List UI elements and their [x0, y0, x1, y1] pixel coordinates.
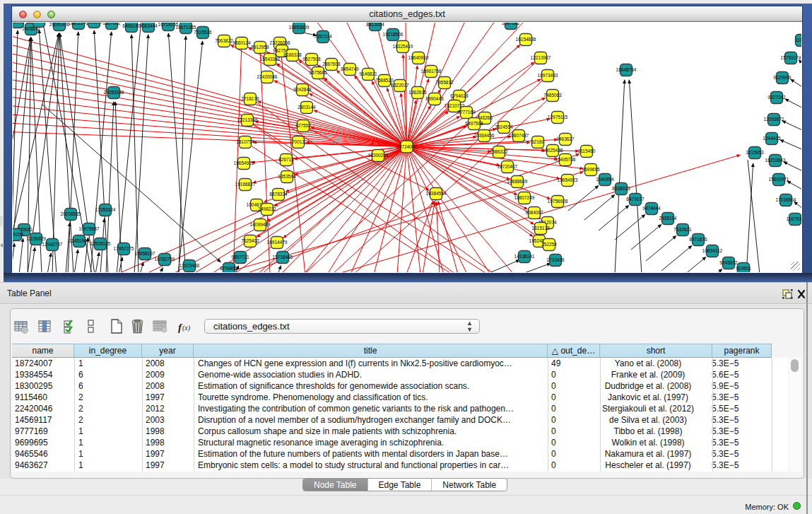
- svg-text:427552: 427552: [295, 123, 311, 128]
- svg-text:11156829: 11156829: [26, 236, 46, 241]
- svg-text:(x): (x): [182, 324, 191, 332]
- svg-text:17957275: 17957275: [114, 246, 134, 251]
- svg-text:10653287: 10653287: [84, 23, 105, 24]
- svg-text:7625402: 7625402: [241, 238, 259, 243]
- svg-text:16961758: 16961758: [421, 69, 442, 74]
- svg-text:19654925: 19654925: [234, 160, 254, 165]
- svg-text:10653809: 10653809: [289, 25, 310, 30]
- svg-text:20206535: 20206535: [61, 211, 81, 216]
- svg-text:9660124: 9660124: [233, 40, 251, 45]
- svg-text:8796452: 8796452: [220, 266, 238, 271]
- svg-text:2935114: 2935114: [659, 216, 677, 221]
- svg-text:2803144: 2803144: [298, 105, 316, 110]
- svg-text:9857721: 9857721: [231, 255, 249, 259]
- svg-text:10807487: 10807487: [509, 133, 529, 138]
- svg-text:8454749: 8454749: [341, 66, 359, 71]
- svg-text:10025438: 10025438: [543, 148, 563, 153]
- svg-text:16210643: 16210643: [765, 158, 786, 163]
- svg-text:1733426: 1733426: [546, 257, 565, 262]
- svg-text:939159: 939159: [13, 232, 23, 237]
- svg-text:1527602: 1527602: [102, 23, 121, 25]
- svg-text:3215953: 3215953: [746, 150, 764, 155]
- svg-text:11124: 11124: [795, 37, 801, 42]
- svg-text:9115460: 9115460: [578, 148, 596, 153]
- svg-text:18325419: 18325419: [393, 44, 413, 49]
- svg-text:6794028: 6794028: [450, 93, 469, 98]
- svg-text:9245652: 9245652: [719, 260, 738, 265]
- svg-text:12213369: 12213369: [237, 117, 258, 122]
- svg-text:10973493: 10973493: [538, 73, 558, 78]
- svg-text:15718485: 15718485: [273, 255, 293, 259]
- svg-text:1244415: 1244415: [763, 136, 781, 141]
- svg-text:7955812: 7955812: [435, 80, 454, 85]
- svg-text:7632621: 7632621: [673, 227, 692, 232]
- svg-text:6322037: 6322037: [391, 83, 409, 88]
- svg-text:3624554: 3624554: [495, 124, 513, 129]
- svg-text:9777169: 9777169: [457, 110, 476, 115]
- svg-text:19384554: 19384554: [426, 191, 447, 196]
- svg-text:6466160: 6466160: [122, 23, 141, 28]
- svg-text:19218506: 19218506: [383, 32, 404, 37]
- svg-text:17353924: 17353924: [95, 207, 116, 212]
- svg-text:15692971: 15692971: [769, 177, 789, 182]
- svg-text:2867608: 2867608: [322, 62, 341, 66]
- svg-text:20053346: 20053346: [104, 90, 124, 95]
- svg-text:11923468: 11923468: [180, 263, 200, 268]
- svg-text:19756928: 19756928: [548, 199, 568, 204]
- svg-text:19654923: 19654923: [558, 177, 578, 182]
- svg-text:88393: 88393: [33, 23, 45, 23]
- svg-text:3675685: 3675685: [309, 70, 327, 75]
- svg-text:70013: 70013: [292, 139, 305, 144]
- svg-text:20091406: 20091406: [49, 23, 70, 27]
- svg-text:7588520: 7588520: [375, 78, 394, 83]
- svg-text:12093872: 12093872: [764, 117, 784, 122]
- svg-text:15495758: 15495758: [555, 157, 576, 162]
- svg-text:8912958: 8912958: [251, 45, 269, 49]
- svg-text:12505135: 12505135: [90, 241, 111, 246]
- svg-text:7515526: 7515526: [194, 30, 212, 35]
- svg-text:9527508: 9527508: [302, 57, 321, 62]
- svg-text:12942737: 12942737: [42, 242, 63, 247]
- svg-text:8878334: 8878334: [269, 192, 288, 197]
- svg-text:12213967: 12213967: [531, 55, 551, 60]
- svg-text:9084067: 9084067: [525, 210, 543, 215]
- svg-text:18720407: 18720407: [498, 164, 518, 169]
- svg-text:826715: 826715: [278, 157, 294, 162]
- svg-text:15751074: 15751074: [781, 55, 801, 60]
- svg-text:7663822: 7663822: [215, 38, 233, 43]
- svg-text:16648784: 16648784: [616, 67, 637, 72]
- svg-text:8990448: 8990448: [425, 96, 444, 101]
- svg-text:2718176: 2718176: [241, 96, 259, 101]
- svg-text:8186328: 8186328: [283, 52, 302, 57]
- svg-text:9463627: 9463627: [556, 136, 575, 141]
- svg-text:18640910: 18640910: [408, 55, 429, 60]
- svg-text:8813054: 8813054: [366, 23, 384, 27]
- svg-text:9242848: 9242848: [293, 87, 312, 92]
- svg-text:16914479: 16914479: [267, 240, 288, 245]
- svg-text:12975115: 12975115: [548, 115, 568, 119]
- svg-text:9699695: 9699695: [582, 167, 600, 172]
- svg-text:14136141: 14136141: [514, 254, 535, 259]
- svg-text:18807249: 18807249: [514, 195, 535, 200]
- svg-text:13911: 13911: [13, 23, 24, 24]
- svg-text:18724007: 18724007: [396, 144, 417, 149]
- svg-text:924501: 924501: [736, 266, 751, 271]
- svg-text:9129966: 9129966: [773, 75, 792, 80]
- svg-text:16671355: 16671355: [176, 25, 196, 30]
- svg-text:16543362: 16543362: [260, 57, 281, 62]
- svg-text:6479197: 6479197: [626, 197, 645, 201]
- svg-text:10688609: 10688609: [507, 179, 528, 184]
- svg-text:16154838: 16154838: [516, 37, 536, 42]
- svg-text:10958107: 10958107: [135, 251, 155, 256]
- svg-text:1362615: 1362615: [408, 90, 427, 95]
- svg-text:10975887: 10975887: [79, 226, 100, 231]
- svg-text:16782759: 16782759: [155, 257, 175, 262]
- svg-text:10654112: 10654112: [702, 248, 723, 253]
- svg-text:1615132: 1615132: [531, 226, 550, 230]
- svg-text:22420046: 22420046: [257, 74, 278, 79]
- svg-text:1810754: 1810754: [236, 139, 254, 144]
- svg-text:1167533: 1167533: [787, 216, 801, 221]
- svg-text:62160: 62160: [531, 139, 544, 144]
- svg-text:7485063: 7485063: [543, 93, 562, 98]
- svg-text:19166827: 19166827: [235, 182, 256, 187]
